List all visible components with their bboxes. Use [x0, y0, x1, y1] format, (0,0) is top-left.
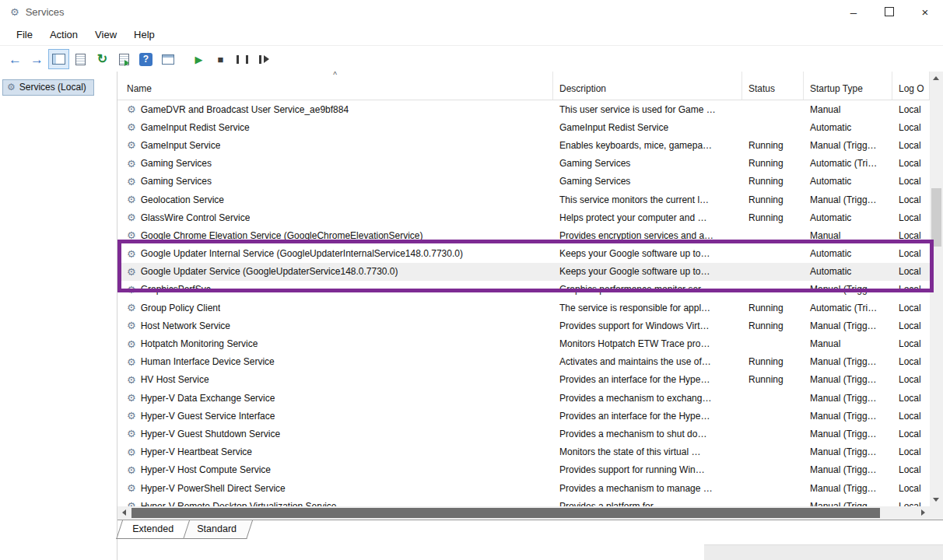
- help-button[interactable]: ?: [135, 49, 156, 69]
- export-list-icon: [75, 54, 86, 65]
- service-row[interactable]: ⚙Hyper-V Heartbeat ServiceMonitors the s…: [117, 443, 930, 461]
- service-log-on: Local: [892, 501, 930, 506]
- close-button[interactable]: ×: [907, 0, 943, 23]
- column-header-description[interactable]: Description: [553, 72, 742, 100]
- service-row[interactable]: ⚙Hyper-V Data Exchange ServiceProvides a…: [117, 389, 930, 407]
- service-log-on: Local: [892, 176, 930, 187]
- service-description: Keeps your Google software up to…: [553, 248, 742, 259]
- service-name-cell: ⚙Gaming Services: [117, 158, 553, 170]
- column-header-status[interactable]: Status: [742, 72, 804, 100]
- scroll-down-icon[interactable]: [933, 498, 939, 502]
- stop-service-button[interactable]: ■: [210, 49, 231, 69]
- service-row[interactable]: ⚙Google Updater Internal Service (Google…: [117, 245, 930, 263]
- service-row[interactable]: ⚙Hyper-V Remote Desktop Virtualization S…: [117, 497, 930, 506]
- service-name: GameInput Service: [141, 140, 221, 151]
- menu-action[interactable]: Action: [41, 26, 86, 44]
- service-row[interactable]: ⚙Hyper-V PowerShell Direct ServiceProvid…: [117, 479, 930, 497]
- service-gear-icon: ⚙: [127, 446, 136, 458]
- minimize-button[interactable]: –: [836, 0, 871, 23]
- service-row[interactable]: ⚙Host Network ServiceProvides support fo…: [117, 317, 930, 334]
- scroll-up-icon[interactable]: [933, 76, 939, 80]
- services-gear-icon: ⚙: [10, 6, 19, 18]
- service-name: Host Network Service: [141, 320, 230, 331]
- service-name: HV Host Service: [141, 374, 209, 385]
- service-gear-icon: ⚙: [127, 266, 136, 278]
- service-startup-type: Manual (Trigg…: [804, 501, 892, 506]
- service-row[interactable]: ⚙Hyper-V Guest Shutdown ServiceProvides …: [117, 425, 930, 443]
- service-name-cell: ⚙Hyper-V Host Compute Service: [117, 464, 553, 476]
- service-startup-type: Manual (Trigg…: [804, 194, 892, 205]
- service-row[interactable]: ⚙Gaming ServicesGaming ServicesRunningAu…: [117, 155, 930, 173]
- service-row[interactable]: ⚙GameDVR and Broadcast User Service_ae9b…: [117, 100, 930, 118]
- service-row[interactable]: ⚙GameInput Redist ServiceGameInput Redis…: [117, 118, 930, 136]
- service-row[interactable]: ⚙Google Chrome Elevation Service (Google…: [117, 226, 930, 244]
- service-gear-icon: ⚙: [127, 212, 136, 223]
- menu-view[interactable]: View: [86, 26, 125, 44]
- scroll-right-icon[interactable]: [921, 509, 925, 516]
- service-row[interactable]: ⚙Hyper-V Host Compute ServiceProvides su…: [117, 461, 930, 479]
- column-header-name[interactable]: ^ Name: [117, 72, 553, 100]
- vertical-scrollbar[interactable]: [930, 72, 943, 506]
- pause-service-button[interactable]: [232, 49, 253, 69]
- restart-service-button[interactable]: [254, 49, 275, 69]
- service-row[interactable]: ⚙Human Interface Device ServiceActivates…: [117, 353, 930, 371]
- service-row[interactable]: ⚙Google Updater Service (GoogleUpdaterSe…: [117, 263, 930, 281]
- horizontal-scrollbar-thumb[interactable]: [131, 508, 880, 518]
- maximize-button[interactable]: [871, 0, 907, 23]
- start-service-button[interactable]: ▶: [188, 49, 209, 69]
- back-button[interactable]: ←: [5, 49, 26, 69]
- service-gear-icon: ⚙: [127, 139, 136, 151]
- show-console-tree-button[interactable]: [48, 49, 69, 69]
- service-row[interactable]: ⚙GlassWire Control ServiceHelps protect …: [117, 208, 930, 226]
- service-gear-icon: ⚙: [127, 374, 136, 386]
- service-row[interactable]: ⚙GraphicsPerfSvcGraphics performance mon…: [117, 281, 930, 299]
- service-name-cell: ⚙GameInput Service: [117, 139, 553, 151]
- menu-help[interactable]: Help: [125, 26, 163, 44]
- tab-extended[interactable]: Extended: [116, 520, 190, 539]
- service-name: GraphicsPerfSvc: [141, 284, 211, 295]
- refresh-button[interactable]: ↻: [92, 49, 113, 69]
- service-gear-icon: ⚙: [127, 356, 136, 368]
- sidebar-item-services-local[interactable]: ⚙ Services (Local): [2, 79, 94, 96]
- service-row[interactable]: ⚙Hotpatch Monitoring ServiceMonitors Hot…: [117, 334, 930, 352]
- service-row[interactable]: ⚙HV Host ServiceProvides an interface fo…: [117, 371, 930, 389]
- export-button[interactable]: [114, 49, 135, 69]
- vertical-scrollbar-thumb[interactable]: [931, 188, 941, 247]
- service-row[interactable]: ⚙Gaming ServicesGaming ServicesRunningAu…: [117, 173, 930, 191]
- service-row[interactable]: ⚙GameInput ServiceEnables keyboards, mic…: [117, 136, 930, 154]
- service-description: Helps protect your computer and …: [553, 212, 742, 223]
- service-gear-icon: ⚙: [127, 194, 136, 205]
- service-gear-icon: ⚙: [127, 158, 136, 170]
- column-header-log-on[interactable]: Log O: [892, 72, 930, 100]
- show-extended-view-button[interactable]: [157, 49, 178, 69]
- service-name: Gaming Services: [141, 158, 212, 169]
- export-list-button[interactable]: [70, 49, 91, 69]
- tab-extended-label: Extended: [132, 520, 174, 538]
- service-startup-type: Manual (Trigg…: [804, 429, 892, 439]
- service-name: Hyper-V Data Exchange Service: [141, 393, 275, 404]
- service-row[interactable]: ⚙Group Policy ClientThe service is respo…: [117, 299, 930, 317]
- service-name: Google Updater Service (GoogleUpdaterSer…: [141, 266, 398, 277]
- forward-button[interactable]: →: [26, 49, 47, 69]
- service-name: Hyper-V Heartbeat Service: [141, 446, 252, 457]
- tab-standard[interactable]: Standard: [181, 520, 253, 539]
- menu-file[interactable]: File: [8, 26, 41, 44]
- service-row[interactable]: ⚙Hyper-V Guest Service InterfaceProvides…: [117, 407, 930, 425]
- service-startup-type: Manual (Trigg…: [804, 464, 892, 475]
- service-row[interactable]: ⚙Geolocation ServiceThis service monitor…: [117, 191, 930, 208]
- service-startup-type: Manual: [804, 230, 892, 241]
- service-gear-icon: ⚙: [127, 500, 136, 506]
- horizontal-scrollbar[interactable]: [117, 506, 930, 520]
- service-description: Gaming Services: [553, 176, 742, 187]
- service-startup-type: Manual: [804, 338, 892, 349]
- scroll-left-icon[interactable]: [122, 509, 126, 516]
- service-name: Gaming Services: [141, 176, 212, 187]
- service-startup-type: Manual (Trigg…: [804, 356, 892, 367]
- menubar: File Action View Help: [0, 23, 943, 45]
- service-startup-type: Manual (Trigg…: [804, 374, 892, 385]
- column-header-startup-type[interactable]: Startup Type: [804, 72, 892, 100]
- service-description: Provides support for running Win…: [553, 464, 742, 475]
- service-gear-icon: ⚙: [127, 176, 136, 187]
- service-description: GameInput Redist Service: [553, 122, 742, 133]
- service-startup-type: Manual (Trigg…: [804, 411, 892, 422]
